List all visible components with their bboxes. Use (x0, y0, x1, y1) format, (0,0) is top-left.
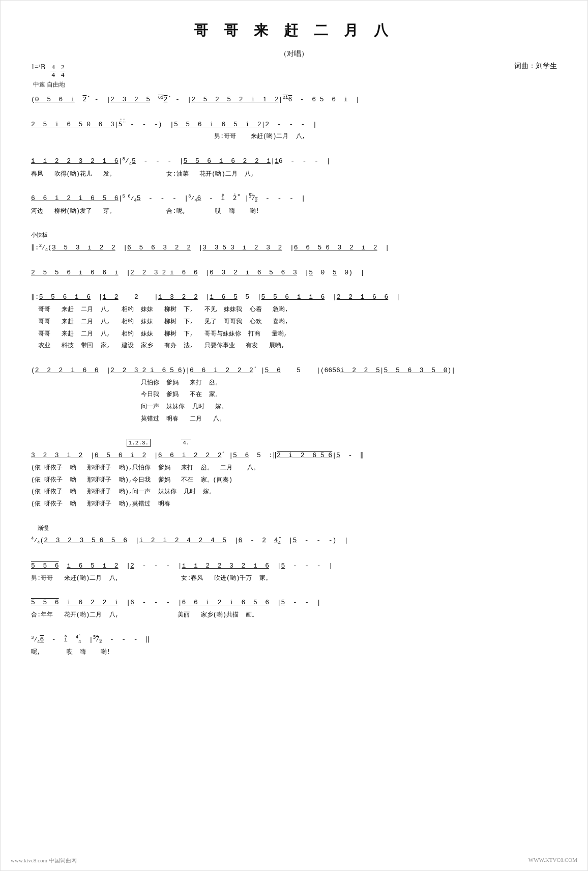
music-content: (0 5 6 i 2̂ - |2 3 2 5 6i2̂ - |2 5 2 5 2… (31, 94, 557, 671)
subtitle: （对唱） (31, 49, 557, 59)
time-signature: 4 4 2 4 (49, 64, 66, 79)
page: 哥 哥 来 赶 二 月 八 （对唱） 1=¹B 4 4 2 4 中速 自由地 (0, 0, 588, 871)
header-row: 1=¹B 4 4 2 4 中速 自由地 词曲：刘学生 (31, 62, 557, 90)
page-title: 哥 哥 来 赶 二 月 八 (31, 21, 557, 40)
watermark-left: www.ktvc8.com 中国词曲网 (11, 857, 77, 864)
key-line: 1=¹B 4 4 2 4 (31, 62, 66, 79)
watermark-right: WWW.KTVC8.COM (528, 857, 577, 864)
time-fraction-2: 2 4 (60, 64, 66, 79)
tempo: 中速 自由地 (33, 80, 66, 90)
key-time-block: 1=¹B 4 4 2 4 中速 自由地 (31, 62, 66, 90)
composer: 词曲：刘学生 (514, 62, 557, 71)
watermark: www.ktvc8.com 中国词曲网 WWW.KTVC8.COM (1, 857, 587, 864)
music-notation-block: (0 5 6 i 2̂ - |2 3 2 5 6i2̂ - |2 5 2 5 2… (31, 94, 557, 671)
key-signature: 1=¹B (31, 62, 45, 73)
time-fraction-1: 4 4 (50, 64, 56, 79)
